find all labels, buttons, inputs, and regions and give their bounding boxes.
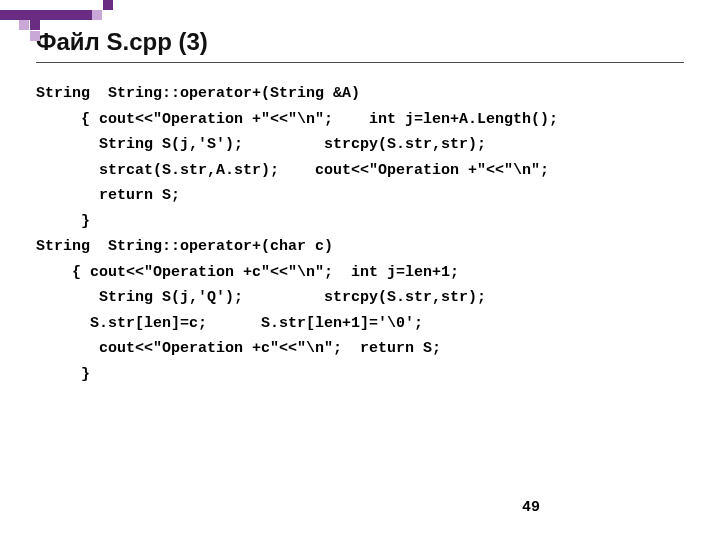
slide-title: Файл S.cpp (3) xyxy=(36,28,684,56)
code-block: String String::operator+(String &A) { co… xyxy=(36,81,684,387)
title-rule xyxy=(36,62,684,63)
slide-content: Файл S.cpp (3) String String::operator+(… xyxy=(0,0,720,387)
page-number: 49 xyxy=(522,499,540,516)
